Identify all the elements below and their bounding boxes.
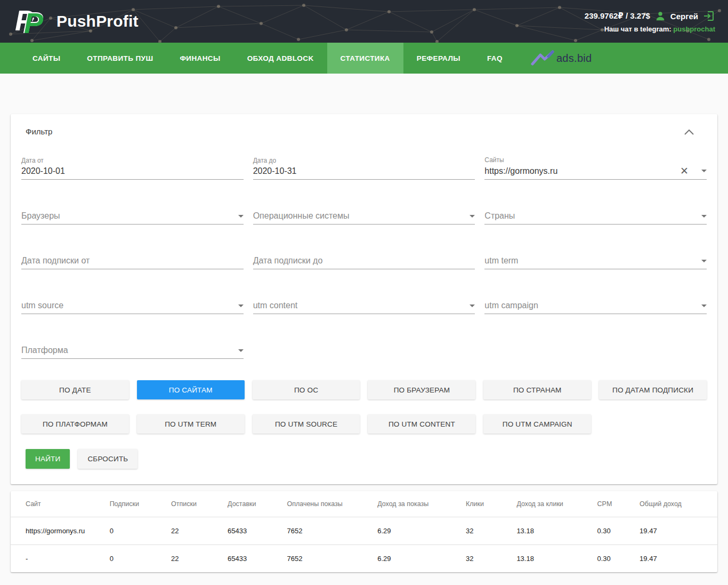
col-total-revenue: Общий доход [640,491,717,517]
col-deliveries: Доставки [228,491,287,517]
date-to-label: Дата до [253,157,475,164]
group-by-utm-content-button[interactable]: ПО UTM CONTENT [368,414,475,434]
cell-paid-impressions: 7652 [287,545,377,573]
cell-total-revenue: 19.47 [640,545,717,573]
cell-total-revenue: 19.47 [640,517,717,545]
nav-item-referrals[interactable]: РЕФЕРАЛЫ [403,43,474,74]
utm-content-select-field[interactable]: utm content [253,289,475,314]
nav-item-finance[interactable]: ФИНАНСЫ [166,43,233,74]
page-content: Фильтр Дата от 2020-10-01 Дата до 2020-1… [0,74,728,572]
nav-item-send-push[interactable]: ОТПРАВИТЬ ПУШ [74,43,166,74]
os-select-field[interactable]: Операционные системы [253,199,475,225]
countries-select-field[interactable]: Страны [484,199,707,225]
header-user-area: 239.9762₽ / 3.27$ Сергей Наш чат в teleg… [585,10,715,33]
chevron-down-icon[interactable] [701,170,707,172]
sites-select-field[interactable]: Сайты https://gormonys.ru ✕ [484,154,707,180]
user-icon [654,10,666,22]
date-from-label: Дата от [21,157,244,164]
sites-label: Сайты [484,156,707,164]
group-by-os-button[interactable]: ПО ОС [253,380,360,399]
platform-select-field[interactable]: Платформа [21,333,244,359]
group-by-browsers-button[interactable]: ПО БРАУЗЕРАМ [368,380,475,399]
chevron-down-icon[interactable] [701,304,707,307]
group-by-utm-campaign-button[interactable]: ПО UTM CAMPAIGN [483,414,591,434]
table-row-total: - 0 22 65433 7652 6.29 32 13.18 0.30 19.… [11,545,717,573]
chevron-down-icon[interactable] [701,260,707,262]
date-from-field[interactable]: Дата от 2020-10-01 [21,154,244,180]
nav-item-adblock-bypass[interactable]: ОБХОД ADBLOCK [234,43,327,74]
filter-title: Фильтр [21,127,707,136]
os-placeholder: Операционные системы [253,211,466,221]
utm-content-placeholder: utm content [253,301,466,310]
group-by-date-button[interactable]: ПО ДАТЕ [21,380,129,399]
utm-term-placeholder: utm term [484,256,697,266]
cell-cpm: 0.30 [597,517,640,545]
telegram-chat-line: Наш чат в telegram: pushprochat [585,25,715,33]
cell-site: https://gormonys.ru [11,517,110,545]
clear-site-icon[interactable]: ✕ [680,166,689,176]
brand-name: PushProfit [56,12,139,30]
col-subscriptions: Подписки [110,491,171,517]
filter-fields: Дата от 2020-10-01 Дата до 2020-10-31 Са… [21,154,707,359]
statistics-table-card: Сайт Подписки Отписки Доставки Оплачены … [11,491,717,572]
cell-cpm: 0.30 [597,545,640,573]
chevron-down-icon[interactable] [238,304,244,307]
cell-click-revenue: 13.18 [516,545,597,573]
username: Сергей [670,12,698,21]
utm-source-select-field[interactable]: utm source [21,289,244,314]
group-by-platforms-button[interactable]: ПО ПЛАТФОРМАМ [21,414,129,434]
adsbid-partner-logo[interactable]: ads.bid [531,43,592,74]
utm-term-select-field[interactable]: utm term [484,244,707,269]
cell-unsubscriptions: 22 [171,545,228,573]
cell-subscriptions: 0 [110,517,171,545]
statistics-table: Сайт Подписки Отписки Доставки Оплачены … [11,491,717,572]
group-by-utm-source-button[interactable]: ПО UTM SOURCE [253,414,360,434]
collapse-filter-icon[interactable] [683,128,695,135]
top-header: P P PushProfit 239.9762₽ / 3.27$ Сергей … [0,0,728,43]
filter-actions: НАЙТИ СБРОСИТЬ [26,449,707,469]
date-to-field[interactable]: Дата до 2020-10-31 [253,154,475,180]
utm-campaign-select-field[interactable]: utm campaign [484,289,707,314]
sub-date-to-placeholder: Дата подписки до [253,256,475,266]
sites-value[interactable]: https://gormonys.ru [484,166,676,176]
col-impression-revenue: Доход за показы [377,491,466,517]
nav-item-sites[interactable]: САЙТЫ [19,43,74,74]
cell-impression-revenue: 6.29 [377,545,466,573]
logout-icon[interactable] [702,10,715,22]
group-by-buttons-row1: ПО ДАТЕ ПО САЙТАМ ПО ОС ПО БРАУЗЕРАМ ПО … [21,380,707,399]
nav-item-statistics[interactable]: СТАТИСТИКА [327,43,403,74]
brand-logo[interactable]: P P PushProfit [15,5,139,38]
table-header-row: Сайт Подписки Отписки Доставки Оплачены … [11,491,717,517]
col-click-revenue: Доход за клики [516,491,597,517]
group-by-sites-button[interactable]: ПО САЙТАМ [137,380,245,399]
col-cpm: CPM [597,491,640,517]
reset-button[interactable]: СБРОСИТЬ [78,449,137,469]
cell-deliveries: 65433 [228,517,287,545]
adsbid-logo-text: ads.bid [556,52,592,65]
date-to-value[interactable]: 2020-10-31 [253,166,475,176]
chevron-down-icon[interactable] [470,215,475,218]
date-from-value[interactable]: 2020-10-01 [21,166,244,176]
account-balance: 239.9762₽ / 3.27$ [585,11,650,21]
cell-unsubscriptions: 22 [171,517,228,545]
chevron-down-icon[interactable] [470,304,475,307]
utm-source-placeholder: utm source [21,301,234,310]
chevron-down-icon[interactable] [238,215,244,218]
cell-clicks: 32 [466,517,516,545]
group-by-utm-term-button[interactable]: ПО UTM TERM [137,414,245,434]
chevron-down-icon[interactable] [238,349,244,352]
filter-panel: Фильтр Дата от 2020-10-01 Дата до 2020-1… [11,114,717,484]
search-button[interactable]: НАЙТИ [26,449,70,469]
group-by-countries-button[interactable]: ПО СТРАНАМ [483,380,591,399]
chevron-down-icon[interactable] [701,215,707,218]
platform-placeholder: Платформа [21,346,234,355]
browsers-select-field[interactable]: Браузеры [21,199,244,225]
cell-clicks: 32 [466,545,516,573]
nav-item-faq[interactable]: FAQ [474,43,516,74]
group-by-sub-dates-button[interactable]: ПО ДАТАМ ПОДПИСКИ [599,380,707,399]
col-clicks: Клики [466,491,516,517]
sub-date-from-field[interactable]: Дата подписки от [21,244,244,269]
telegram-chat-link[interactable]: pushprochat [673,25,715,33]
sub-date-to-field[interactable]: Дата подписки до [253,244,475,269]
cell-paid-impressions: 7652 [287,517,377,545]
